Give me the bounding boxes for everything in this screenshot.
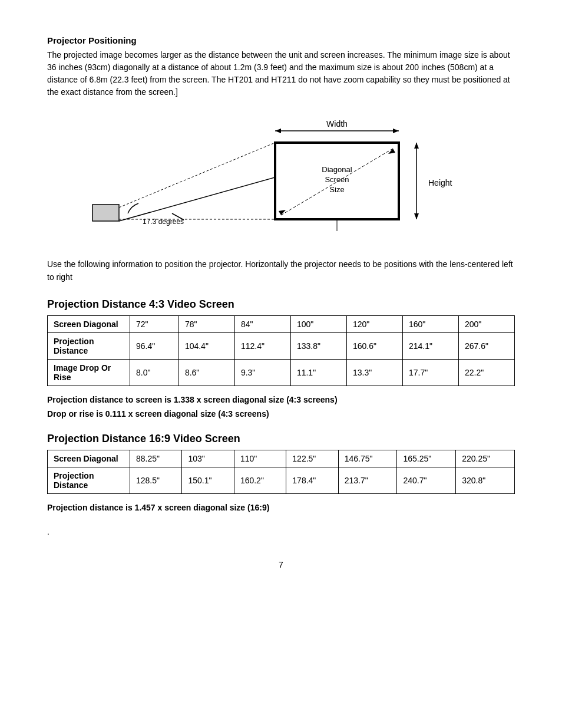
table-43-header-100: 100" [290, 315, 346, 332]
table-43-row1-v3: 112.4" [234, 332, 290, 359]
svg-text:Diagonal: Diagonal [322, 165, 352, 174]
table-43-header-84: 84" [234, 315, 290, 332]
dot: . [47, 527, 515, 536]
table-169-header-88: 88.25" [130, 450, 182, 467]
table-43-row2-v4: 11.1" [290, 359, 346, 386]
table-43-header-72: 72" [130, 315, 179, 332]
svg-marker-11 [414, 213, 419, 219]
table-169-header-220: 220.25" [456, 450, 515, 467]
table-43-row1-label: Projection Distance [48, 332, 130, 359]
svg-text:Width: Width [326, 119, 348, 129]
table-169-row1-v3: 160.2" [234, 467, 286, 494]
table-43-header-78: 78" [178, 315, 234, 332]
table-43-header-label: Screen Diagonal [48, 315, 130, 332]
table-169-row1-v5: 213.7" [338, 467, 397, 494]
table-43-header-200: 200" [458, 315, 514, 332]
formula-43: Projection distance to screen is 1.338 x… [47, 393, 515, 421]
table-43: Screen Diagonal 72" 78" 84" 100" 120" 16… [47, 315, 515, 386]
table-43-row2-v2: 8.6" [178, 359, 234, 386]
table-169-header-122: 122.5" [286, 450, 338, 467]
table-169-header-165: 165.25" [397, 450, 456, 467]
svg-text:17.3 degrees: 17.3 degrees [143, 218, 184, 226]
table-43-row1-v5: 160.6" [346, 332, 402, 359]
table-43-title: Projection Distance 4:3 Video Screen [47, 298, 515, 311]
table-169-title: Projection Distance 16:9 Video Screen [47, 433, 515, 445]
table-169-row1-v4: 178.4" [286, 467, 338, 494]
table-43-row2-v3: 9.3" [234, 359, 290, 386]
table-169-header-103: 103" [182, 450, 234, 467]
svg-text:Size: Size [329, 185, 344, 194]
svg-text:Height: Height [428, 178, 452, 187]
table-169-row1-v2: 150.1" [182, 467, 234, 494]
table-169-header-110: 110" [234, 450, 286, 467]
svg-line-1 [119, 143, 275, 207]
table-169: Screen Diagonal 88.25" 103" 110" 122.5" … [47, 450, 515, 494]
table-43-row2-label: Image Drop Or Rise [48, 359, 130, 386]
svg-marker-10 [414, 143, 419, 149]
table-43-row1-v1: 96.4" [130, 332, 179, 359]
table-43-row1-v6: 214.1" [402, 332, 458, 359]
svg-marker-7 [393, 129, 399, 133]
table-43-header-120: 120" [346, 315, 402, 332]
page-number: 7 [47, 560, 515, 569]
table-169-row1-v7: 320.8" [456, 467, 515, 494]
table-169-row1-v6: 240.7" [397, 467, 456, 494]
formula-169: Projection distance is 1.457 x screen di… [47, 501, 515, 515]
table-43-row1-v2: 104.4" [178, 332, 234, 359]
section-title: Projector Positioning [47, 35, 515, 45]
diagram-container: Width Height Diagonal Screen Size 17.3 d… [47, 110, 515, 240]
table-169-row1-v1: 128.5" [130, 467, 182, 494]
table-43-row2-v7: 22.2" [458, 359, 514, 386]
svg-rect-0 [92, 205, 119, 221]
table-169-row1-label: Projection Distance [48, 467, 130, 494]
table-43-row1-v4: 133.8" [290, 332, 346, 359]
body-text: The projected image becomes larger as th… [47, 49, 515, 98]
table-43-row2-v1: 8.0" [130, 359, 179, 386]
svg-marker-6 [275, 129, 281, 133]
table-43-row1-v7: 267.6" [458, 332, 514, 359]
table-43-header-160: 160" [402, 315, 458, 332]
table-169-header-146: 146.75" [338, 450, 397, 467]
table-43-row2-v5: 13.3" [346, 359, 402, 386]
projector-diagram: Width Height Diagonal Screen Size 17.3 d… [75, 110, 487, 240]
table-43-row2-v6: 17.7" [402, 359, 458, 386]
table-169-header-label: Screen Diagonal [48, 450, 130, 467]
svg-text:Screen: Screen [325, 175, 349, 184]
info-text: Use the following information to positio… [47, 258, 515, 284]
